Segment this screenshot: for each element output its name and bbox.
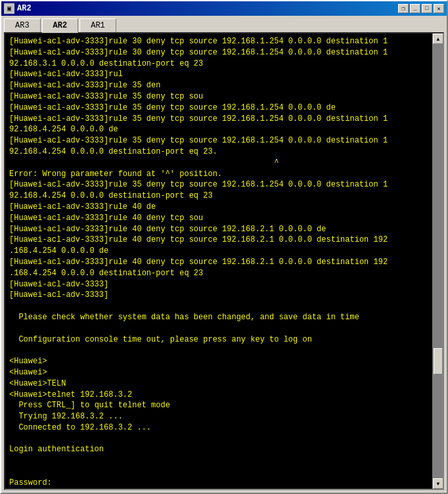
scroll-down-button[interactable]: ▼ xyxy=(433,478,443,489)
window-icon: ▣ xyxy=(4,3,14,14)
close-button[interactable]: ✕ xyxy=(434,4,444,13)
tab-ar1[interactable]: AR1 xyxy=(79,18,116,32)
title-controls: ❐ _ □ ✕ xyxy=(398,4,444,13)
scroll-up-button[interactable]: ▲ xyxy=(433,34,443,44)
tab-ar2[interactable]: AR2 xyxy=(42,18,79,33)
tab-bar: AR3 AR2 AR1 xyxy=(1,16,447,32)
title-bar: ▣ AR2 ❐ _ □ ✕ xyxy=(1,1,447,16)
restore-button[interactable]: ❐ xyxy=(398,4,409,13)
main-window: ▣ AR2 ❐ _ □ ✕ AR3 AR2 AR1 [Huawei-acl-ad… xyxy=(0,0,448,494)
title-bar-left: ▣ AR2 xyxy=(4,3,32,14)
minimize-button[interactable]: _ xyxy=(410,4,420,13)
window-title: AR2 xyxy=(17,4,32,13)
content-area: [Huawei-acl-adv-3333]rule 30 deny tcp so… xyxy=(4,32,444,490)
terminal-output[interactable]: [Huawei-acl-adv-3333]rule 30 deny tcp so… xyxy=(5,34,432,489)
scrollbar-track[interactable] xyxy=(433,44,443,478)
maximize-button[interactable]: □ xyxy=(422,4,432,13)
scrollbar: ▲ ▼ xyxy=(432,34,443,489)
scrollbar-thumb[interactable] xyxy=(434,348,443,374)
tab-ar3[interactable]: AR3 xyxy=(4,18,41,32)
